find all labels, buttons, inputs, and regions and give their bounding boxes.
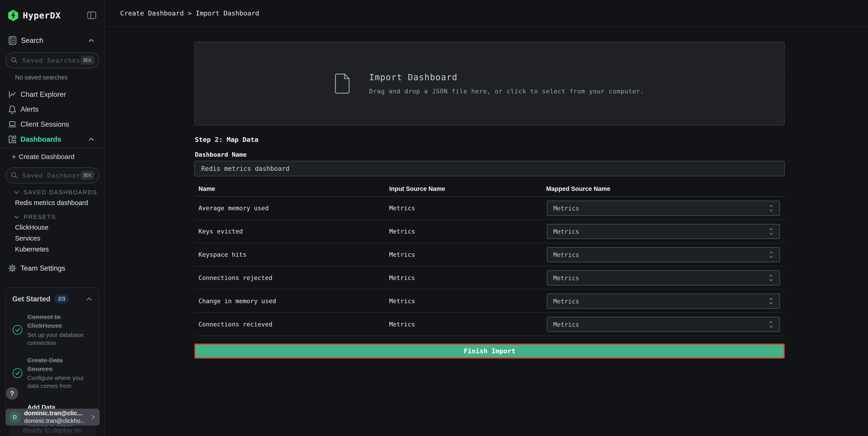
- mapped-source-select[interactable]: Metrics: [547, 247, 780, 262]
- row-input-source: Metrics: [389, 321, 415, 328]
- column-header-name: Name: [198, 185, 215, 193]
- check-circle-icon: [12, 368, 23, 378]
- step-title: Create Data Sources: [27, 356, 88, 373]
- mapped-source-select[interactable]: Metrics: [547, 270, 780, 285]
- row-input-source: Metrics: [389, 228, 415, 235]
- nav-label: Dashboards: [21, 135, 61, 144]
- mapping-table: Name Input Source Name Mapped Source Nam…: [194, 183, 785, 336]
- nav-label: Chart Explorer: [21, 90, 66, 99]
- gear-icon: [8, 264, 17, 273]
- select-value: Metrics: [553, 205, 579, 212]
- get-started-progress-badge: 2/3: [54, 294, 69, 304]
- column-header-mapped-source: Mapped Source Name: [546, 185, 610, 193]
- row-input-source: Metrics: [389, 205, 415, 212]
- app-logo: HyperDX: [8, 9, 97, 22]
- select-value: Metrics: [553, 298, 579, 305]
- select-value: Metrics: [553, 321, 579, 328]
- step-description: Configure where your data comes from: [27, 374, 88, 390]
- select-chevrons-icon: [769, 274, 774, 282]
- sidebar-collapse-icon[interactable]: [87, 10, 97, 21]
- saved-dashboards-shortcut: ⌘K: [81, 171, 94, 180]
- select-chevrons-icon: [769, 204, 774, 212]
- select-value: Metrics: [553, 274, 579, 282]
- row-name: Keyspace hits: [198, 251, 246, 258]
- select-chevrons-icon: [769, 297, 774, 305]
- check-circle-icon: [12, 325, 23, 335]
- table-header: Name Input Source Name Mapped Source Nam…: [194, 183, 785, 197]
- table-row: Keys evicted Metrics Metrics: [194, 220, 785, 243]
- select-value: Metrics: [553, 251, 579, 258]
- bell-icon: [8, 105, 17, 114]
- select-value: Metrics: [553, 228, 579, 235]
- sidebar-item-client-sessions[interactable]: Client Sessions: [5, 118, 99, 131]
- sidebar: HyperDX Search Saved Searches ⌘K No save…: [0, 0, 105, 436]
- chevron-right-icon: [90, 413, 96, 421]
- select-chevrons-icon: [769, 251, 774, 259]
- sidebar-divider: [0, 148, 105, 148]
- preset-item-kubernetes[interactable]: Kubernetes: [15, 244, 97, 255]
- dropzone-subtitle: Drag and drop a JSON file here, or click…: [369, 88, 644, 95]
- search-section-label: Search: [21, 36, 43, 45]
- row-input-source: Metrics: [389, 274, 415, 281]
- table-row: Connections rejected Metrics Metrics: [194, 266, 785, 290]
- user-name: dominic.tran@clic...: [24, 410, 85, 417]
- row-name: Connections recieved: [198, 321, 272, 328]
- search-icon: [10, 172, 18, 179]
- sidebar-section-search[interactable]: Search: [8, 35, 97, 47]
- table-row: Keyspace hits Metrics Metrics: [194, 243, 785, 266]
- row-name: Average memory used: [198, 205, 269, 212]
- row-name: Keys evicted: [198, 228, 243, 235]
- hyperdx-logo-icon: [8, 9, 19, 22]
- saved-dashboards-input[interactable]: Saved Dashboards ⌘K: [5, 168, 99, 183]
- dashboard-name-input[interactable]: [194, 161, 785, 176]
- journal-icon: [8, 36, 17, 45]
- saved-dashboards-group-header[interactable]: SAVED DASHBOARDS: [14, 187, 99, 197]
- laptop-icon: [8, 120, 17, 129]
- row-input-source: Metrics: [389, 297, 415, 304]
- select-chevrons-icon: [769, 227, 774, 236]
- chevron-up-icon[interactable]: [88, 137, 95, 142]
- saved-dashboard-item[interactable]: Redis metrics dashboard: [15, 197, 97, 208]
- main-content: Import Dashboard Drag and drop a JSON fi…: [194, 27, 785, 436]
- row-input-source: Metrics: [389, 251, 415, 258]
- get-started-header[interactable]: Get Started 2/3: [12, 294, 92, 304]
- mapped-source-select[interactable]: Metrics: [547, 317, 780, 332]
- chevron-down-icon: [14, 190, 20, 194]
- step-title: Connect to ClickHouse: [27, 313, 88, 330]
- step-description: Set up your database connection: [27, 331, 88, 347]
- chevron-up-icon[interactable]: [88, 38, 95, 43]
- nav-label: Alerts: [21, 105, 38, 113]
- get-started-title: Get Started: [12, 295, 50, 303]
- import-dropzone[interactable]: Import Dashboard Drag and drop a JSON fi…: [194, 42, 785, 125]
- preset-item-services[interactable]: Services: [15, 233, 97, 244]
- mapped-source-select[interactable]: Metrics: [547, 294, 780, 309]
- table-row: Connections recieved Metrics Metrics: [194, 313, 785, 336]
- group-label: SAVED DASHBOARDS: [24, 189, 97, 196]
- dashboards-grid-icon: [8, 135, 17, 144]
- user-account-button[interactable]: D dominic.tran@clic... dominic.tran@clic…: [5, 409, 100, 426]
- table-row: Average memory used Metrics Metrics: [194, 197, 785, 220]
- saved-searches-input[interactable]: Saved Searches ⌘K: [5, 52, 99, 68]
- sidebar-item-team-settings[interactable]: Team Settings: [8, 262, 97, 274]
- help-button[interactable]: ?: [6, 387, 18, 400]
- presets-group-header[interactable]: PRESETS: [14, 212, 99, 222]
- saved-dashboards-placeholder: Saved Dashboards: [22, 172, 81, 179]
- step-heading: Step 2: Map Data: [195, 136, 258, 144]
- finish-import-button[interactable]: Finish Import: [194, 344, 785, 358]
- chart-line-icon: [8, 90, 17, 99]
- create-dashboard-button[interactable]: + Create Dashboard: [9, 151, 99, 163]
- nav-label: Client Sessions: [21, 120, 69, 128]
- sidebar-item-chart-explorer[interactable]: Chart Explorer: [5, 88, 99, 101]
- preset-item-clickhouse[interactable]: ClickHouse: [15, 222, 97, 233]
- get-started-step-connect[interactable]: Connect to ClickHouse Set up your databa…: [12, 313, 92, 347]
- team-settings-label: Team Settings: [21, 264, 65, 272]
- mapped-source-select[interactable]: Metrics: [547, 224, 780, 239]
- sidebar-item-dashboards[interactable]: Dashboards: [5, 133, 99, 146]
- table-row: Change in memory used Metrics Metrics: [194, 290, 785, 313]
- create-dashboard-label: Create Dashboard: [19, 153, 74, 161]
- chevron-up-icon[interactable]: [86, 297, 92, 301]
- breadcrumb: Create Dashboard > Import Dashboard: [120, 9, 259, 17]
- sidebar-item-alerts[interactable]: Alerts: [5, 103, 99, 116]
- get-started-step-sources[interactable]: Create Data Sources Configure where your…: [12, 356, 92, 390]
- mapped-source-select[interactable]: Metrics: [547, 201, 780, 216]
